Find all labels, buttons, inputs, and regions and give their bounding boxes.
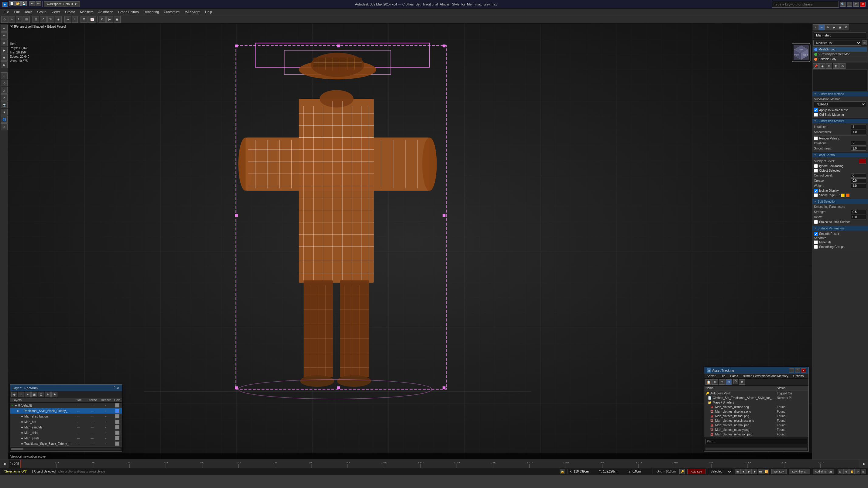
lock-btn[interactable]: 🔒 <box>560 469 565 474</box>
mod-meshsmooth[interactable]: MeshSmooth <box>813 47 867 52</box>
asset-tool-6[interactable]: ⚙ <box>739 379 745 385</box>
asset-item-main-file[interactable]: 📄 Clothes_Set_Traditional_African_Style_… <box>704 396 808 400</box>
asset-menu-options[interactable]: Options <box>791 374 806 378</box>
panel-tab-hierarchy[interactable]: ⊕ <box>825 24 831 30</box>
menu-maxscript[interactable]: MAXScript <box>182 9 203 14</box>
layer-item-shirt[interactable]: ◆ Man_shirt — — ▪ <box>10 430 122 435</box>
show-cage-checkbox[interactable] <box>814 193 818 197</box>
open-btn[interactable]: 📂 <box>15 1 21 6</box>
vp-zoom-extents[interactable]: ⊡ <box>838 469 843 474</box>
mirror-tool[interactable]: ⇔ <box>64 16 71 23</box>
hierarchy-btn[interactable]: ⊕ <box>1 39 8 46</box>
spacewarps-btn[interactable]: 🌀 <box>1 116 8 123</box>
layer-select-layer-btn[interactable]: ⊡ <box>38 392 44 397</box>
asset-tool-2[interactable]: ⊞ <box>712 379 718 385</box>
pin-stack-btn[interactable]: 📌 <box>813 63 819 69</box>
angle-snap[interactable]: ∠ <box>40 16 47 23</box>
asset-item-reflection[interactable]: 🖼 Man_clothes_reflection.png Found <box>704 432 808 437</box>
asset-item-glossiness[interactable]: 🖼 Man_clothes_glossiness.png Found <box>704 419 808 423</box>
move-tool[interactable]: ✛ <box>8 16 15 23</box>
playback-loop[interactable]: 🔁 <box>764 469 769 474</box>
object-name-input[interactable] <box>814 32 866 38</box>
local-control-title[interactable]: ▼ Local Control <box>812 153 868 157</box>
materials-checkbox[interactable] <box>814 240 818 244</box>
x-coord-input[interactable] <box>574 470 598 473</box>
asset-tool-5[interactable]: ? <box>734 379 738 384</box>
subdivision-method-select[interactable]: NURMS <box>814 101 866 107</box>
active-shade[interactable]: ◉ <box>114 16 121 23</box>
layer-manager[interactable]: ☰ <box>81 16 88 23</box>
undo-btn[interactable]: ↩ <box>29 1 35 6</box>
layer-panel-titlebar[interactable]: Layer: 0 (default) ? ✕ <box>10 385 122 391</box>
vp-orbit[interactable]: ↻ <box>855 469 860 474</box>
new-btn[interactable]: 📄 <box>9 1 14 6</box>
asset-item-normal[interactable]: 🖼 Man_clothes_normal.png Found <box>704 423 808 428</box>
modifier-config-btn[interactable]: ⚙ <box>862 40 867 45</box>
object-selected-checkbox[interactable] <box>814 169 818 173</box>
cameras-btn[interactable]: 📷 <box>1 101 8 108</box>
render-frame[interactable]: ▶ <box>106 16 113 23</box>
smooth-result-checkbox[interactable] <box>814 232 818 236</box>
key-filters-btn[interactable]: Key Filters... <box>789 469 810 474</box>
menu-customize[interactable]: Customize <box>161 9 182 14</box>
old-style-mapping-checkbox[interactable] <box>814 113 818 117</box>
make-unique-btn[interactable]: ⊞ <box>826 63 832 69</box>
helpers-btn[interactable]: ✦ <box>1 109 8 116</box>
layer-panel-question[interactable]: ? <box>114 386 116 390</box>
layer-item-hat[interactable]: ◆ Man_hat — — ▪ <box>10 419 122 425</box>
layer-item-0-default[interactable]: ✓ ▶ 0 (default) — — ▪ <box>10 403 122 408</box>
maximize-btn[interactable]: □ <box>854 2 859 7</box>
asset-item-vault[interactable]: 🔑 Autodesk Vault Logged Ou <box>704 391 808 396</box>
menu-file[interactable]: File <box>1 9 11 14</box>
cage-color-1[interactable] <box>841 193 845 197</box>
selected-dropdown[interactable]: Selected <box>708 469 732 474</box>
menu-edit[interactable]: Edit <box>11 9 22 14</box>
layer-item-traditional[interactable]: ▶ Traditional_Style_Black_Elderly_Man_TP… <box>10 408 122 414</box>
asset-menu-bitmap[interactable]: Bitmap Performance and Memory <box>740 374 791 378</box>
standard-primitives-btn[interactable]: □ <box>1 72 8 79</box>
project-limit-checkbox[interactable] <box>814 220 818 224</box>
asset-tool-1[interactable]: 📋 <box>706 379 712 385</box>
panel-tab-create[interactable]: + <box>813 24 819 30</box>
layer-item-shirt-button[interactable]: ◆ Man_shirt_button — — ▪ <box>10 414 122 419</box>
playback-next-frame[interactable]: ▶ <box>752 469 757 474</box>
systems-btn[interactable]: ⚛ <box>1 123 8 130</box>
control-level-input[interactable] <box>851 173 866 178</box>
add-time-tag-btn[interactable]: Add Time Tag <box>813 469 834 474</box>
surface-params-title[interactable]: ▼ Surface Parameters <box>812 226 868 231</box>
search-btn[interactable]: 🔍 <box>840 2 845 7</box>
display-btn[interactable]: ◉ <box>1 54 8 61</box>
y-coord-input[interactable] <box>603 470 627 473</box>
asset-item-maps-folder[interactable]: 📁 Maps / Shaders <box>704 400 808 405</box>
minimize-btn[interactable]: − <box>847 2 852 7</box>
menu-tools[interactable]: Tools <box>22 9 35 14</box>
menu-create[interactable]: Create <box>63 9 78 14</box>
scale-tool[interactable]: ⊡ <box>23 16 30 23</box>
snap-toggle[interactable]: ⊞ <box>32 16 39 23</box>
vp-field-of-view[interactable]: ◈ <box>843 469 849 474</box>
asset-tool-3[interactable]: ⊡ <box>719 379 725 385</box>
redo-btn[interactable]: ↪ <box>35 1 41 6</box>
render-setup[interactable]: ⚙ <box>99 16 106 23</box>
utilities-btn[interactable]: ⚙ <box>1 61 8 68</box>
timeline-track[interactable]: 10 20 30 40 50 60 70 80 90 100 110 120 1… <box>20 460 860 468</box>
layer-item-pants[interactable]: ◆ Man_pants — — ▪ <box>10 435 122 441</box>
render-values-checkbox[interactable] <box>814 136 818 141</box>
panel-tab-modify[interactable]: ✏ <box>819 24 825 30</box>
menu-views[interactable]: Views <box>49 9 63 14</box>
remove-mod-btn[interactable]: 🗑 <box>833 63 839 69</box>
config-set-btn[interactable]: ⚙ <box>839 63 845 69</box>
layer-scroll-bar[interactable] <box>11 448 121 450</box>
menu-rendering[interactable]: Rendering <box>141 9 162 14</box>
subdivision-amount-title[interactable]: ▼ Subdivision Amount <box>812 119 868 123</box>
playback-prev-key[interactable]: ⏮ <box>735 469 740 474</box>
layer-hide-btn[interactable]: 👁 <box>51 392 57 397</box>
close-btn[interactable]: ✕ <box>860 2 866 7</box>
workspace-selector[interactable]: Workspace: Default ▼ <box>44 1 80 7</box>
shapes-btn[interactable]: △ <box>1 87 8 94</box>
layer-item-traditional-pose[interactable]: ◆ Traditional_Style_Black_Elderly_Man_T-… <box>10 441 122 446</box>
asset-menu-file[interactable]: File <box>718 374 727 378</box>
playback-next-key[interactable]: ⏭ <box>758 469 763 474</box>
mod-vray-displace[interactable]: VRayDisplacementMod <box>813 52 867 57</box>
asset-path-input[interactable] <box>706 439 807 444</box>
